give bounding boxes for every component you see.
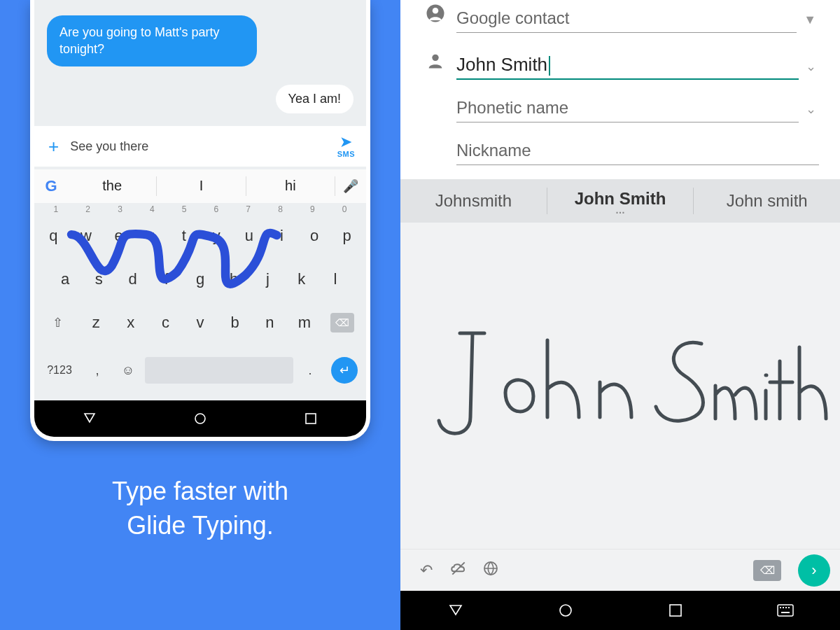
symbols-key[interactable]: ?123 (38, 357, 80, 384)
space-key[interactable] (145, 357, 293, 384)
contact-type-dropdown[interactable]: Google contact (456, 8, 797, 32)
keyboard: 1234567890 q w e r t y u i o p a s d f g… (34, 203, 366, 400)
nav-home-icon[interactable] (557, 602, 574, 619)
person-icon (414, 51, 456, 80)
svg-rect-13 (788, 607, 790, 608)
key-z[interactable]: z (80, 305, 112, 340)
svg-point-4 (432, 55, 438, 61)
attach-icon[interactable]: + (41, 136, 66, 158)
svg-rect-1 (306, 414, 316, 424)
prediction-1[interactable]: Johnsmith (400, 188, 547, 214)
shift-key[interactable]: ⇧ (37, 304, 78, 342)
compose-input[interactable]: See you there (66, 139, 337, 154)
key-n[interactable]: n (253, 305, 286, 340)
submit-button[interactable]: › (798, 554, 830, 587)
text-cursor (549, 56, 550, 76)
suggestion-1[interactable]: the (68, 176, 157, 197)
suggestion-3[interactable]: hi (246, 176, 335, 197)
key-p[interactable]: p (332, 218, 362, 253)
svg-rect-11 (783, 607, 784, 608)
enter-key[interactable]: ↵ (327, 350, 362, 391)
key-e[interactable]: e (104, 218, 134, 253)
chat-area: Are you going to Matt's party tonight? Y… (34, 0, 366, 126)
nav-home-icon[interactable] (192, 410, 209, 427)
svg-point-7 (560, 605, 571, 616)
key-y[interactable]: y (202, 218, 232, 253)
expand-phonetic-icon[interactable]: ⌄ (799, 102, 819, 122)
send-icon: ➤ (340, 134, 352, 150)
nav-back-icon[interactable] (447, 602, 464, 619)
message-incoming: Are you going to Matt's party tonight? (47, 15, 257, 66)
backspace-key[interactable]: ⌫ (322, 304, 363, 342)
key-d[interactable]: d (117, 262, 148, 297)
period-key[interactable]: . (296, 356, 324, 385)
nav-recent-icon[interactable] (667, 602, 684, 619)
key-j[interactable]: j (252, 262, 283, 297)
key-m[interactable]: m (288, 305, 321, 340)
key-a[interactable]: a (50, 262, 80, 297)
globe-icon[interactable] (475, 560, 507, 581)
prediction-3[interactable]: John smith (694, 188, 840, 214)
key-row-3: ⇧ z x c v b n m ⌫ (34, 301, 366, 344)
comma-key[interactable]: , (83, 356, 111, 385)
promo-text: Type faster with Glide Typing. (112, 475, 288, 542)
contact-type-row: Google contact ▼ (414, 3, 819, 33)
send-button[interactable]: ➤ SMS (337, 134, 359, 158)
name-input[interactable]: John Smith (456, 54, 799, 78)
promo-line-2: Glide Typing. (112, 509, 288, 543)
key-c[interactable]: c (150, 305, 182, 340)
send-sublabel: SMS (337, 150, 355, 158)
svg-point-3 (433, 8, 439, 14)
key-r[interactable]: r (136, 218, 167, 253)
promo-line-1: Type faster with (112, 475, 288, 509)
svg-rect-14 (781, 612, 790, 613)
nickname-input[interactable]: Nickname (456, 141, 819, 164)
key-v[interactable]: v (184, 305, 216, 340)
key-l[interactable]: l (320, 262, 351, 297)
key-q[interactable]: q (38, 218, 69, 253)
key-w[interactable]: w (71, 218, 102, 253)
expand-name-icon[interactable]: ⌄ (799, 59, 819, 80)
contact-edit-screen: Google contact ▼ John Smith ⌄ Phonetic n… (400, 0, 840, 630)
phonetic-name-input[interactable]: Phonetic name (456, 98, 799, 122)
key-t[interactable]: t (169, 218, 199, 253)
backspace-icon[interactable]: ⌫ (753, 560, 785, 581)
key-row-4: ?123 , ☺ . ↵ (34, 344, 366, 400)
phone-mock: Are you going to Matt's party tonight? Y… (30, 0, 370, 441)
key-row-1: q w e r t y u i o p (34, 214, 366, 258)
name-value: John Smith (456, 54, 547, 76)
undo-icon[interactable]: ↶ (410, 561, 442, 580)
message-outgoing: Yea I am! (276, 85, 354, 113)
dropdown-icon[interactable]: ▼ (797, 13, 819, 33)
google-icon[interactable]: G (34, 177, 68, 195)
key-b[interactable]: b (219, 305, 251, 340)
svg-rect-9 (778, 605, 793, 616)
nav-recent-icon[interactable] (302, 410, 319, 427)
handwriting-canvas[interactable] (400, 223, 840, 549)
handwriting-toolbar: ↶ ⌫ › (400, 549, 840, 591)
key-f[interactable]: f (151, 262, 182, 297)
key-row-2: a s d f g h j k l (34, 258, 366, 301)
nav-back-icon[interactable] (81, 410, 98, 427)
key-h[interactable]: h (218, 262, 249, 297)
svg-point-0 (195, 414, 205, 424)
account-icon (414, 3, 456, 33)
phonetic-row: Phonetic name ⌄ (414, 98, 819, 122)
suggestion-2[interactable]: I (157, 176, 246, 197)
mic-icon[interactable]: 🎤 (335, 178, 366, 194)
handwriting-stroke (400, 223, 840, 549)
nickname-row: Nickname (414, 141, 819, 165)
prediction-2[interactable]: John Smith… (547, 188, 694, 214)
cloud-off-icon[interactable] (442, 559, 475, 582)
keyboard-switch-icon[interactable] (777, 602, 794, 619)
key-x[interactable]: x (115, 305, 147, 340)
key-o[interactable]: o (300, 218, 330, 253)
key-u[interactable]: u (234, 218, 265, 253)
number-hint-row: 1234567890 (34, 204, 366, 214)
key-i[interactable]: i (267, 218, 297, 253)
key-k[interactable]: k (286, 262, 317, 297)
emoji-key[interactable]: ☺ (114, 356, 142, 385)
android-navbar (34, 400, 366, 437)
key-s[interactable]: s (83, 262, 114, 297)
key-g[interactable]: g (185, 262, 216, 297)
